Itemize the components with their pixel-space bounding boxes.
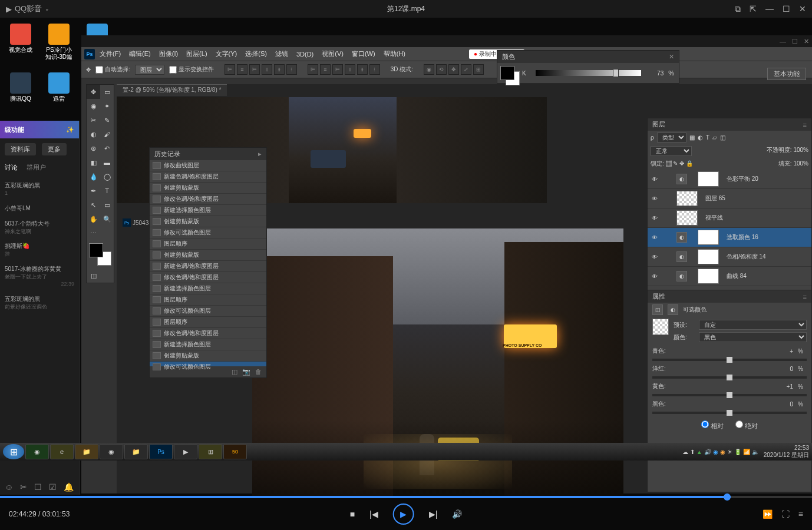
scissors-icon[interactable]: ✂ — [20, 482, 27, 492]
color-slider[interactable] — [536, 70, 641, 76]
workspace-selector[interactable]: 基本功能 — [767, 68, 806, 80]
filter-type-icon[interactable]: T — [706, 134, 709, 141]
history-item[interactable]: 新建色调/饱和度图层 — [150, 261, 266, 272]
camera-icon[interactable]: 📷 — [242, 368, 250, 376]
property-slider[interactable] — [652, 376, 807, 379]
visibility-icon[interactable]: 👁 — [651, 234, 659, 241]
menu-file[interactable]: 文件(F) — [96, 48, 124, 59]
history-item[interactable]: 修改可选颜色图层 — [150, 227, 266, 238]
visibility-icon[interactable]: 👁 — [651, 215, 659, 221]
visibility-icon[interactable]: 👁 — [651, 273, 659, 280]
history-item[interactable]: 修改色调/饱和度图层 — [150, 272, 266, 283]
3d-mode-icon[interactable]: ⊞ — [473, 64, 484, 75]
ps-close-icon[interactable]: ✕ — [804, 38, 809, 45]
3d-mode-icon[interactable]: ✥ — [448, 64, 459, 75]
filter-shape-icon[interactable]: ▱ — [712, 134, 717, 141]
blend-mode[interactable]: 正常 — [651, 146, 692, 156]
desktop-icon[interactable]: 视觉合成 — [6, 24, 35, 61]
task-item[interactable]: 📁 — [75, 444, 98, 459]
menu-edit[interactable]: 编辑(E) — [126, 48, 154, 59]
gradient-tool[interactable]: ▬ — [100, 155, 114, 170]
canvas-2[interactable]: PHOTO SUPPLY CO — [252, 228, 623, 502]
history-brush-tool[interactable]: ↶ — [100, 141, 114, 155]
task-item[interactable]: ◉ — [25, 444, 49, 459]
emoji-icon[interactable]: ☺ — [5, 482, 13, 492]
preset-select[interactable]: 自定 — [699, 320, 807, 330]
auto-select-target[interactable]: 图层 — [135, 65, 164, 75]
3d-mode-icon[interactable]: ⟲ — [436, 64, 447, 75]
play-button[interactable]: ▶ — [393, 504, 414, 525]
maximize-icon[interactable]: ☐ — [783, 4, 790, 14]
clipboard-icon[interactable]: ☐ — [34, 482, 42, 492]
history-item[interactable]: 修改色调/饱和度图层 — [150, 328, 266, 339]
taskbar-clock[interactable]: 22:53 2020/1/12 星期日 — [764, 445, 809, 459]
type-tool[interactable]: T — [100, 184, 114, 198]
layer-filter-kind[interactable]: 类型 — [657, 132, 686, 143]
distribute-icon[interactable]: ≡ — [320, 64, 331, 75]
chat-item[interactable]: 5017-冰糖圈的坏黄黄老圈一下就上去了22:39 — [0, 261, 79, 292]
close-icon[interactable]: ✕ — [799, 4, 806, 14]
speed-button[interactable]: ⏩ — [763, 509, 773, 519]
sidebar-tab-more[interactable]: 更多 — [42, 143, 67, 155]
move-tool[interactable]: ✥ — [87, 85, 100, 99]
mask-thumb[interactable] — [652, 319, 669, 335]
playlist-button[interactable]: ≡ — [798, 509, 803, 519]
align-icon[interactable]: ⊨ — [249, 64, 260, 75]
chat-item[interactable]: 挑睡斯🍓挂 — [0, 238, 79, 261]
3d-mode-icon[interactable]: ⤢ — [461, 64, 471, 75]
subtab-discuss[interactable]: 讨论 — [5, 163, 18, 172]
visibility-icon[interactable]: 👁 — [651, 254, 659, 260]
eyedropper-tool[interactable]: ✎ — [100, 113, 114, 127]
history-item[interactable]: 新建色调/饱和度图层 — [150, 171, 266, 183]
ps-minimize-icon[interactable]: — — [780, 38, 786, 45]
snapshot-icon[interactable]: ◫ — [232, 368, 237, 376]
align-icon[interactable]: ⫶ — [286, 64, 297, 75]
chat-item[interactable]: 五彩斑斓的黑1 — [0, 178, 79, 201]
blur-tool[interactable]: 💧 — [87, 170, 100, 184]
desktop-icon[interactable]: 腾讯QQ — [6, 72, 35, 102]
sidebar-tab-library[interactable]: 资料库 — [5, 143, 36, 155]
history-item[interactable]: 新建选择颜色图层 — [150, 339, 266, 350]
panel-close-icon[interactable]: ✕ — [669, 53, 674, 61]
property-slider[interactable] — [652, 359, 807, 361]
distribute-icon[interactable]: ⊫ — [308, 64, 318, 75]
edit-toolbar[interactable]: ⋯ — [87, 226, 100, 240]
history-item[interactable]: 创建剪贴蒙版 — [150, 183, 266, 194]
eraser-tool[interactable]: ◧ — [87, 155, 100, 170]
filter-pixel-icon[interactable]: ▦ — [689, 134, 695, 141]
start-button[interactable]: ⊞ — [3, 444, 24, 459]
distribute-icon[interactable]: ⫵ — [357, 64, 368, 75]
layer-item[interactable]: 👁◐色相/饱和度 14 — [648, 247, 811, 267]
history-item[interactable]: 图层顺序 — [150, 238, 266, 250]
brush-tool[interactable]: 🖌 — [100, 127, 114, 141]
zoom-tool[interactable]: 🔍 — [100, 212, 114, 226]
desktop-icon[interactable]: PS冷门小知识-3D篇 — [44, 24, 74, 61]
history-item[interactable]: 创建剪贴蒙版 — [150, 250, 266, 261]
wand-tool[interactable]: ✦ — [100, 99, 114, 113]
task-item[interactable]: e — [50, 444, 74, 459]
filter-adj-icon[interactable]: ◐ — [698, 134, 703, 141]
panel-menu-icon[interactable]: ≡ — [803, 293, 807, 300]
align-icon[interactable]: ⫵ — [274, 64, 285, 75]
menu-window[interactable]: 窗口(W) — [348, 48, 379, 59]
shape-tool[interactable]: ▭ — [100, 198, 114, 212]
task-item[interactable]: ▶ — [174, 444, 197, 459]
history-item[interactable]: 图层顺序 — [150, 317, 266, 328]
task-item[interactable]: 📁 — [124, 444, 148, 459]
distribute-icon[interactable]: ⫴ — [345, 64, 355, 75]
chat-item[interactable]: 小曾哥LM — [0, 201, 79, 216]
bell-icon[interactable]: 🔔 — [64, 482, 74, 492]
crop-tool[interactable]: ✂ — [87, 113, 100, 127]
3d-mode-icon[interactable]: ◉ — [424, 64, 434, 75]
progress-bar[interactable] — [0, 496, 812, 498]
hand-tool[interactable]: ✋ — [87, 212, 100, 226]
layer-item[interactable]: 👁◐色彩平衡 20 — [648, 170, 811, 189]
marquee-tool[interactable]: ▭ — [100, 85, 114, 99]
visibility-icon[interactable]: 👁 — [651, 176, 659, 183]
history-item[interactable]: 修改色调/饱和度图层 — [150, 194, 266, 205]
subtab-users[interactable]: 群用户 — [27, 163, 46, 172]
panel-menu-icon[interactable]: ▸ — [258, 150, 262, 158]
stamp-tool[interactable]: ⊛ — [87, 141, 100, 155]
align-icon[interactable]: ⫴ — [262, 64, 272, 75]
menu-type[interactable]: 文字(Y) — [212, 48, 241, 59]
